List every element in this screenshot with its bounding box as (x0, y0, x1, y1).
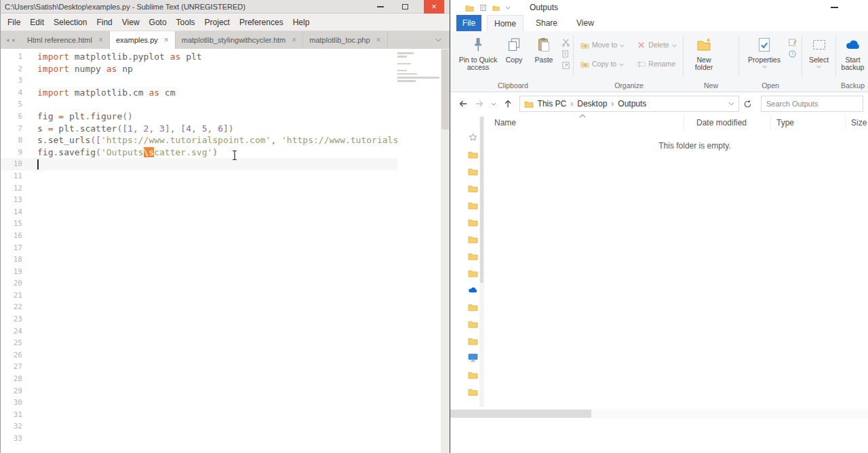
qat-dropdown-icon[interactable] (505, 6, 511, 9)
minimize-button[interactable] (368, 0, 393, 14)
refresh-button[interactable] (741, 97, 754, 111)
code-line[interactable] (37, 266, 397, 278)
code-line[interactable] (37, 254, 397, 266)
breadcrumb-this-pc[interactable]: This PC (538, 99, 567, 109)
code-line[interactable] (37, 361, 397, 373)
code-line[interactable] (37, 242, 397, 254)
menu-tools[interactable]: Tools (172, 14, 200, 31)
ribbon-tab-file[interactable]: File (456, 15, 481, 31)
explorer-titlebar[interactable]: Outputs (450, 0, 868, 15)
minimap[interactable] (397, 52, 441, 165)
horizontal-scrollbar[interactable] (450, 409, 868, 418)
breadcrumb-desktop[interactable]: Desktop (577, 99, 607, 109)
column-header-type[interactable]: Type (771, 115, 846, 130)
back-button[interactable] (456, 96, 471, 111)
code-line[interactable] (37, 409, 397, 421)
code-line[interactable] (37, 277, 397, 290)
code-lines[interactable]: import matplotlib.pyplot as pltimport nu… (37, 51, 397, 445)
code-line[interactable]: import matplotlib.pyplot as plt (37, 51, 397, 63)
address-bar[interactable]: This PC › Desktop › Outputs (519, 96, 740, 112)
tab-examples-py[interactable]: examples.py × (110, 31, 176, 49)
menu-selection[interactable]: Selection (49, 14, 92, 31)
paste-shortcut-icon[interactable] (561, 61, 570, 70)
code-line[interactable] (37, 194, 397, 206)
folder-icon[interactable] (468, 269, 478, 277)
code-line[interactable]: s = plt.scatter([1, 2, 3], [4, 5, 6]) (37, 123, 397, 135)
history-icon[interactable] (788, 50, 797, 58)
code-line[interactable] (37, 290, 397, 302)
editor-scrollbar-thumb[interactable] (441, 50, 449, 130)
tab-matplotlib-toc[interactable]: matplotlib_toc.php × (303, 31, 387, 49)
edit-icon[interactable] (788, 38, 797, 47)
code-line[interactable] (37, 182, 397, 195)
sidebar-scrollbar[interactable] (479, 117, 484, 407)
menu-edit[interactable]: Edit (25, 14, 49, 31)
code-line[interactable] (37, 230, 397, 242)
code-line[interactable] (37, 98, 397, 111)
search-input[interactable] (761, 96, 863, 112)
menu-preferences[interactable]: Preferences (235, 14, 288, 31)
code-line[interactable] (37, 385, 397, 397)
tab-scroll-right-icon[interactable] (12, 38, 16, 43)
horizontal-scrollbar-thumb[interactable] (450, 410, 591, 418)
ribbon-tab-view[interactable]: View (570, 15, 601, 31)
code-line[interactable]: import matplotlib.cm as cm (37, 87, 397, 99)
onedrive-icon[interactable] (468, 285, 478, 294)
code-line[interactable] (37, 158, 397, 170)
up-button[interactable] (500, 96, 515, 111)
folder-icon[interactable] (468, 387, 478, 396)
close-button[interactable]: × (424, 0, 444, 14)
code-line[interactable]: import numpy as np (37, 63, 397, 75)
cut-icon[interactable] (561, 38, 570, 47)
tab-close-icon[interactable]: × (376, 35, 381, 45)
column-header-date-modified[interactable]: Date modified (684, 115, 771, 130)
column-header-size[interactable]: Size (846, 115, 868, 130)
folder-icon[interactable] (468, 150, 478, 159)
code-line[interactable] (37, 373, 397, 385)
code-line[interactable] (37, 206, 397, 218)
forward-button[interactable] (472, 96, 487, 111)
folder-icon[interactable] (468, 167, 478, 176)
editor-area[interactable]: 1234567891011121314151617181920212223242… (1, 49, 450, 453)
maximize-button[interactable] (393, 0, 417, 14)
copy-to-button[interactable]: Copy to (580, 59, 625, 68)
folder-icon[interactable] (468, 201, 478, 210)
folder-icon[interactable] (468, 252, 478, 260)
new-folder-button[interactable]: New folder (689, 35, 719, 71)
move-to-button[interactable]: Move to (580, 40, 625, 50)
menu-goto[interactable]: Goto (144, 14, 172, 31)
select-button[interactable]: Select (804, 35, 834, 68)
folder-icon[interactable] (468, 302, 478, 311)
column-header-name[interactable]: Name (484, 115, 684, 130)
folder-icon[interactable] (468, 218, 478, 226)
monitor-icon[interactable] (468, 353, 478, 362)
code-line[interactable] (37, 433, 397, 445)
star-icon[interactable] (468, 133, 478, 142)
folder-icon[interactable] (468, 336, 478, 345)
qat-new-folder-icon[interactable] (492, 4, 500, 12)
menu-help[interactable]: Help (288, 14, 315, 31)
paste-button[interactable]: Paste (530, 35, 557, 64)
folder-icon[interactable] (468, 184, 478, 193)
code-line[interactable]: fig = plt.figure() (37, 111, 397, 123)
folder-icon[interactable] (468, 319, 478, 328)
code-line[interactable] (37, 218, 397, 230)
sidebar-scrollbar-thumb[interactable] (480, 117, 484, 283)
code-line[interactable] (37, 326, 397, 338)
address-dropdown-icon[interactable] (728, 102, 734, 106)
editor-scrollbar[interactable] (441, 49, 450, 453)
menu-file[interactable]: File (3, 14, 25, 31)
qat-properties-icon[interactable] (479, 4, 487, 12)
ribbon-tab-home[interactable]: Home (487, 15, 524, 31)
tab-html-reference[interactable]: Html reference.html × (21, 31, 110, 49)
start-backup-button[interactable]: Start backup (837, 35, 868, 71)
tab-scroll-left-icon[interactable] (6, 38, 9, 43)
code-line[interactable] (37, 301, 397, 313)
code-line[interactable]: s.set_urls(['https://www.tutorialspoint.… (37, 134, 397, 146)
recent-locations-button[interactable] (488, 96, 499, 111)
copy-path-icon[interactable] (561, 50, 570, 58)
menu-project[interactable]: Project (200, 14, 235, 31)
code-line[interactable] (37, 420, 397, 433)
sublime-titlebar[interactable]: C:\Users\Satish\Desktop\examples.py - Su… (1, 0, 450, 14)
tab-close-icon[interactable]: × (164, 35, 169, 45)
